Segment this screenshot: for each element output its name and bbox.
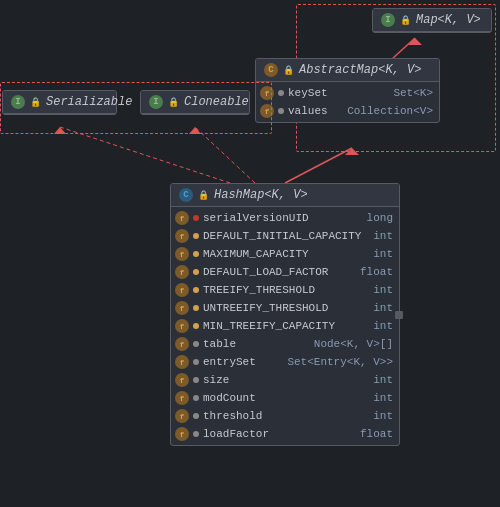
cloneable-class-name: Cloneable bbox=[184, 95, 249, 109]
field-ut-type: int bbox=[373, 302, 393, 314]
svg-marker-1 bbox=[345, 148, 359, 155]
svg-line-0 bbox=[285, 148, 352, 183]
field-values-name: values bbox=[288, 105, 343, 117]
serializable-class-name: Serializable bbox=[46, 95, 132, 109]
serializable-class-box: I 🔒 Serializable bbox=[2, 90, 117, 115]
diagram-container: I 🔒 Map<K, V> C 🔒 AbstractMap<K, V> f ke… bbox=[0, 0, 500, 507]
field-ut-icon: f bbox=[175, 301, 189, 315]
field-dlf-name: DEFAULT_LOAD_FACTOR bbox=[203, 266, 356, 278]
serializable-lock-icon: 🔒 bbox=[30, 97, 41, 108]
cloneable-type-icon: I bbox=[149, 95, 163, 109]
field-dlf-icon: f bbox=[175, 265, 189, 279]
field-mc-icon: f bbox=[175, 247, 189, 261]
field-entryset-dot bbox=[193, 359, 199, 365]
field-modcount-name: modCount bbox=[203, 392, 369, 404]
abstractmap-class-box: C 🔒 AbstractMap<K, V> f keySet Set<K> f … bbox=[255, 58, 440, 123]
map-type-icon: I bbox=[381, 13, 395, 27]
field-modcount-dot bbox=[193, 395, 199, 401]
field-values-dot bbox=[278, 108, 284, 114]
field-serialversionuid-name: serialVersionUID bbox=[203, 212, 363, 224]
field-serialversionuid: f serialVersionUID long bbox=[171, 209, 399, 227]
field-values-type: Collection<V> bbox=[347, 105, 433, 117]
field-dic-type: int bbox=[373, 230, 393, 242]
field-size: f size int bbox=[171, 371, 399, 389]
map-class-box: I 🔒 Map<K, V> bbox=[372, 8, 492, 33]
serializable-type-icon: I bbox=[11, 95, 25, 109]
field-keyset: f keySet Set<K> bbox=[256, 84, 439, 102]
field-default-load-factor: f DEFAULT_LOAD_FACTOR float bbox=[171, 263, 399, 281]
abstractmap-lock-icon: 🔒 bbox=[283, 65, 294, 76]
cloneable-class-box: I 🔒 Cloneable bbox=[140, 90, 250, 115]
field-dlf-type: float bbox=[360, 266, 393, 278]
field-tt-dot bbox=[193, 287, 199, 293]
hashmap-class-header: C 🔒 HashMap<K, V> bbox=[171, 184, 399, 207]
field-table-type: Node<K, V>[] bbox=[314, 338, 393, 350]
field-tt-type: int bbox=[373, 284, 393, 296]
field-ut-dot bbox=[193, 305, 199, 311]
field-values-icon: f bbox=[260, 104, 274, 118]
field-table: f table Node<K, V>[] bbox=[171, 335, 399, 353]
field-mtc-type: int bbox=[373, 320, 393, 332]
abstractmap-class-name: AbstractMap<K, V> bbox=[299, 63, 421, 77]
field-tt-icon: f bbox=[175, 283, 189, 297]
field-values: f values Collection<V> bbox=[256, 102, 439, 120]
field-threshold: f threshold int bbox=[171, 407, 399, 425]
field-tt-name: TREEIFY_THRESHOLD bbox=[203, 284, 369, 296]
field-loadfactor-icon: f bbox=[175, 427, 189, 441]
map-class-header: I 🔒 Map<K, V> bbox=[373, 9, 491, 32]
field-serialversionuid-icon: f bbox=[175, 211, 189, 225]
field-dic-icon: f bbox=[175, 229, 189, 243]
field-mtc-name: MIN_TREEIFY_CAPACITY bbox=[203, 320, 369, 332]
field-keyset-dot bbox=[278, 90, 284, 96]
field-size-dot bbox=[193, 377, 199, 383]
field-threshold-icon: f bbox=[175, 409, 189, 423]
field-table-dot bbox=[193, 341, 199, 347]
field-mc-name: MAXIMUM_CAPACITY bbox=[203, 248, 369, 260]
field-serialversionuid-type: long bbox=[367, 212, 393, 224]
field-maximum-capacity: f MAXIMUM_CAPACITY int bbox=[171, 245, 399, 263]
field-modcount: f modCount int bbox=[171, 389, 399, 407]
field-modcount-type: int bbox=[373, 392, 393, 404]
cloneable-lock-icon: 🔒 bbox=[168, 97, 179, 108]
map-lock-icon: 🔒 bbox=[400, 15, 411, 26]
field-mc-dot bbox=[193, 251, 199, 257]
svg-marker-5 bbox=[189, 127, 201, 134]
abstractmap-class-header: C 🔒 AbstractMap<K, V> bbox=[256, 59, 439, 82]
field-table-name: table bbox=[203, 338, 310, 350]
svg-marker-7 bbox=[408, 38, 422, 45]
hashmap-type-icon: C bbox=[179, 188, 193, 202]
svg-marker-3 bbox=[54, 127, 66, 134]
serializable-class-header: I 🔒 Serializable bbox=[3, 91, 116, 114]
hashmap-fields: f serialVersionUID long f DEFAULT_INITIA… bbox=[171, 207, 399, 445]
field-entryset-name: entrySet bbox=[203, 356, 283, 368]
field-modcount-icon: f bbox=[175, 391, 189, 405]
hashmap-lock-icon: 🔒 bbox=[198, 190, 209, 201]
field-table-icon: f bbox=[175, 337, 189, 351]
field-loadfactor-name: loadFactor bbox=[203, 428, 356, 440]
field-untreeify-threshold: f UNTREEIFY_THRESHOLD int bbox=[171, 299, 399, 317]
field-mtc-icon: f bbox=[175, 319, 189, 333]
field-treeify-threshold: f TREEIFY_THRESHOLD int bbox=[171, 281, 399, 299]
field-entryset-type: Set<Entry<K, V>> bbox=[287, 356, 393, 368]
field-size-name: size bbox=[203, 374, 369, 386]
field-default-initial-capacity: f DEFAULT_INITIAL_CAPACITY int bbox=[171, 227, 399, 245]
field-keyset-type: Set<K> bbox=[393, 87, 433, 99]
field-serialversionuid-dot bbox=[193, 215, 199, 221]
field-dic-name: DEFAULT_INITIAL_CAPACITY bbox=[203, 230, 369, 242]
field-loadfactor-dot bbox=[193, 431, 199, 437]
field-threshold-dot bbox=[193, 413, 199, 419]
field-loadfactor: f loadFactor float bbox=[171, 425, 399, 443]
field-keyset-icon: f bbox=[260, 86, 274, 100]
field-keyset-name: keySet bbox=[288, 87, 389, 99]
field-threshold-name: threshold bbox=[203, 410, 369, 422]
field-size-type: int bbox=[373, 374, 393, 386]
field-dic-dot bbox=[193, 233, 199, 239]
svg-line-2 bbox=[60, 127, 230, 183]
field-threshold-type: int bbox=[373, 410, 393, 422]
hashmap-class-box: C 🔒 HashMap<K, V> f serialVersionUID lon… bbox=[170, 183, 400, 446]
field-dlf-dot bbox=[193, 269, 199, 275]
field-mc-type: int bbox=[373, 248, 393, 260]
field-entryset: f entrySet Set<Entry<K, V>> bbox=[171, 353, 399, 371]
hashmap-resize-handle[interactable] bbox=[395, 311, 403, 319]
field-loadfactor-type: float bbox=[360, 428, 393, 440]
